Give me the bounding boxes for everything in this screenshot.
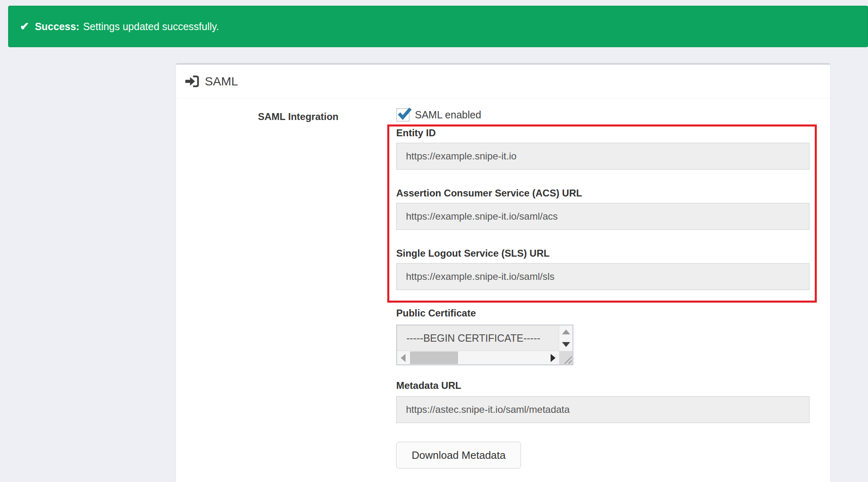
- entity-id-group: Entity ID: [396, 127, 809, 170]
- sign-in-icon: [185, 75, 200, 88]
- panel-body: SAML Integration SAML enabled Entity ID: [176, 98, 830, 469]
- horizontal-scrollbar[interactable]: [397, 351, 559, 364]
- metadata-label: Metadata URL: [396, 380, 809, 391]
- page: ✔ Success: Settings updated successfully…: [0, 0, 868, 482]
- highlight-box: Entity ID Assertion Consumer Service (AC…: [387, 124, 817, 303]
- scroll-right-button[interactable]: [547, 351, 559, 364]
- success-alert: ✔ Success: Settings updated successfully…: [8, 6, 868, 47]
- alert-title: Success:: [35, 21, 80, 33]
- down-arrow-icon: [562, 342, 570, 347]
- sls-url-label: Single Logout Service (SLS) URL: [396, 248, 809, 259]
- right-arrow-icon: [551, 354, 556, 362]
- resize-grip[interactable]: [559, 351, 573, 364]
- left-arrow-icon: [401, 354, 406, 362]
- acs-url-label: Assertion Consumer Service (ACS) URL: [396, 188, 809, 199]
- metadata-url-input[interactable]: [396, 396, 809, 423]
- saml-enabled-label: SAML enabled: [415, 109, 481, 121]
- scroll-up-button[interactable]: [559, 325, 573, 338]
- certificate-textarea[interactable]: -----BEGIN CERTIFICATE-----: [396, 325, 573, 365]
- saml-enabled-checkbox[interactable]: [396, 108, 410, 122]
- saml-enabled-row: SAML enabled: [396, 107, 809, 122]
- resize-grip-icon: [559, 351, 573, 364]
- sls-url-input[interactable]: [396, 263, 809, 290]
- download-metadata-button[interactable]: Download Metadata: [396, 442, 521, 469]
- scroll-left-button[interactable]: [397, 351, 409, 364]
- panel-header: SAML: [176, 65, 830, 98]
- alert-message: Settings updated successfully.: [83, 21, 219, 33]
- entity-id-input[interactable]: [396, 143, 809, 170]
- checkmark-icon: [397, 107, 412, 120]
- section-label: SAML Integration: [184, 107, 339, 469]
- vertical-scrollbar[interactable]: [559, 325, 573, 351]
- certificate-group: Public Certificate -----BEGIN CERTIFICAT…: [396, 308, 809, 365]
- sls-url-group: Single Logout Service (SLS) URL: [396, 248, 809, 290]
- entity-id-label: Entity ID: [396, 127, 809, 139]
- field-column: SAML enabled Entity ID Assertion Consume…: [396, 107, 809, 469]
- up-arrow-icon: [562, 329, 570, 334]
- panel-title: SAML: [205, 74, 238, 88]
- certificate-value: -----BEGIN CERTIFICATE-----: [397, 325, 559, 351]
- saml-panel: SAML SAML Integration SAML enabled: [176, 63, 830, 482]
- acs-url-input[interactable]: [396, 203, 809, 230]
- horizontal-scroll-thumb[interactable]: [410, 351, 458, 364]
- certificate-label: Public Certificate: [396, 308, 809, 319]
- scroll-down-button[interactable]: [559, 338, 573, 351]
- check-icon: ✔: [20, 20, 29, 33]
- metadata-group: Metadata URL: [396, 380, 809, 423]
- acs-url-group: Assertion Consumer Service (ACS) URL: [396, 188, 809, 230]
